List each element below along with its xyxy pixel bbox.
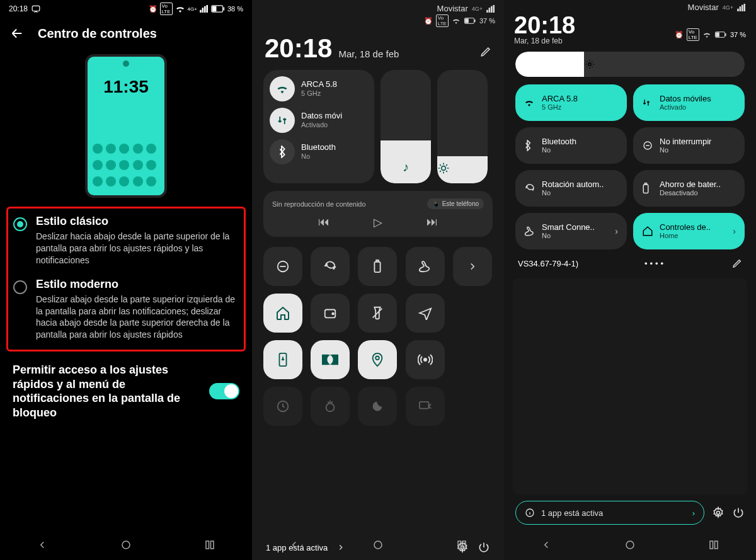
nav-recent-icon[interactable]	[707, 538, 721, 552]
nav-home-icon[interactable]	[623, 538, 637, 552]
radio-selected[interactable]	[13, 217, 27, 231]
brightness-slider[interactable]	[437, 70, 488, 183]
wifi-icon	[452, 18, 461, 24]
svg-rect-9	[474, 20, 475, 22]
battery-saver-tile[interactable]: Ahorro de bater..Desactivado	[633, 170, 745, 207]
clock: 20:18	[265, 33, 332, 64]
media-output-chip[interactable]: 📱 Este teléfono	[427, 198, 484, 209]
qs-dim-1[interactable]	[263, 387, 302, 426]
hotspot-tile[interactable]	[406, 340, 445, 379]
brightness-slider[interactable]	[515, 52, 745, 77]
svg-rect-36	[710, 541, 713, 549]
svg-point-35	[626, 541, 634, 549]
rotation-tile[interactable]	[311, 247, 350, 286]
battery-tile[interactable]	[358, 247, 397, 286]
battery-icon	[642, 183, 653, 194]
wifi-icon	[270, 76, 295, 101]
active-apps-chip[interactable]: 1 app está activa ›	[515, 501, 704, 525]
toggle-on[interactable]	[209, 383, 239, 399]
smart-connect-tile[interactable]: Smart Conne..No ›	[515, 213, 627, 249]
svg-rect-24	[458, 541, 461, 549]
style-options-highlight: Estilo clásico Deslizar hacia abajo desd…	[6, 207, 246, 351]
nav-bar	[0, 530, 252, 560]
nav-back-icon[interactable]	[287, 538, 301, 552]
header: Centro de controles	[0, 18, 252, 49]
radio-unselected[interactable]	[13, 280, 27, 294]
alarm-icon: ⏰	[149, 5, 158, 13]
prev-icon[interactable]: ⏮	[318, 215, 329, 229]
lockscreen-toggle-row[interactable]: Permitir acceso a los ajustes rápidos y …	[0, 351, 252, 420]
carrier-name: Movistar	[688, 3, 719, 12]
chevron-right-icon: ›	[733, 226, 736, 236]
battery-icon	[464, 18, 476, 24]
svg-point-15	[332, 313, 334, 315]
back-icon[interactable]	[10, 26, 24, 40]
nav-back-icon[interactable]	[35, 538, 49, 552]
dnd-tile[interactable]	[263, 247, 302, 286]
data-pill[interactable]: Datos móviActivado	[270, 108, 368, 133]
wallet-tile[interactable]	[311, 294, 350, 333]
nav-bar	[504, 530, 756, 560]
play-icon[interactable]: ▷	[374, 215, 382, 229]
svg-point-34	[717, 511, 720, 515]
home-controls-tile[interactable]: Controles de..Home ›	[633, 213, 745, 249]
wifi-tile[interactable]: ARCA 5.85 GHz	[515, 84, 627, 121]
phone-icon: 📱	[432, 200, 440, 207]
page-title: Centro de controles	[38, 26, 157, 41]
location-tile[interactable]	[358, 340, 397, 379]
dnd-tile[interactable]: No interrumpirNo	[633, 127, 745, 164]
nav-home-icon[interactable]	[119, 538, 133, 552]
svg-rect-31	[643, 185, 648, 193]
chevron-tile[interactable]	[453, 247, 492, 286]
bt-sub: No	[301, 152, 336, 161]
brightness-icon	[437, 162, 488, 174]
volume-slider[interactable]: ♪	[381, 70, 431, 183]
net-badge: 4G+	[472, 6, 483, 12]
svg-point-23	[374, 541, 382, 549]
bluetooth-icon	[524, 140, 536, 151]
dolby-tile[interactable]	[311, 340, 350, 379]
edit-icon[interactable]	[732, 258, 742, 268]
signal-icon	[200, 5, 209, 13]
home-tile[interactable]	[263, 294, 302, 333]
qs-dim-2[interactable]	[311, 387, 350, 426]
rotation-tile[interactable]: Rotación autom..No	[515, 170, 627, 207]
flashlight-tile[interactable]	[358, 294, 397, 333]
smart-icon	[524, 226, 536, 237]
svg-rect-3	[223, 7, 224, 10]
style-classic-option[interactable]: Estilo clásico Deslizar hacia abajo desd…	[13, 215, 239, 266]
style-classic-title: Estilo clásico	[36, 215, 239, 228]
smart-tile[interactable]	[406, 247, 445, 286]
svg-point-10	[442, 166, 446, 171]
data-tile[interactable]: Datos móvilesActivado	[633, 84, 745, 121]
edit-icon[interactable]	[480, 46, 491, 57]
nav-back-icon[interactable]	[539, 538, 553, 552]
bt-pill[interactable]: BluetoothNo	[270, 139, 368, 164]
clock: 20:18	[514, 12, 575, 39]
quick-settings-classic: Movistar 4G+ 20:18 Mar, 18 de feb ⏰ VoLT…	[504, 0, 756, 560]
svg-rect-25	[463, 541, 466, 549]
qs-dim-4[interactable]	[406, 387, 445, 426]
battery-icon	[714, 31, 727, 38]
svg-rect-32	[645, 183, 647, 185]
qs-dim-3[interactable]	[358, 387, 397, 426]
data-icon	[270, 108, 295, 133]
svg-point-4	[122, 541, 130, 549]
alarm-icon: ⏰	[675, 31, 684, 39]
bt-name: Bluetooth	[301, 143, 336, 152]
nav-recent-icon[interactable]	[203, 538, 217, 552]
settings-icon[interactable]	[712, 506, 724, 519]
svg-rect-5	[206, 541, 209, 549]
style-modern-option[interactable]: Estilo moderno Deslizar abajo desde la p…	[13, 278, 239, 341]
rotation-icon	[524, 183, 536, 194]
media-player[interactable]: Sin reproducción de contenido 📱 Este tel…	[263, 191, 493, 237]
ssid-row: VS34.67-79-4-1) ••••	[504, 249, 756, 272]
power-icon[interactable]	[732, 506, 745, 519]
wifi-pill[interactable]: ARCA 5.85 GHz	[270, 76, 368, 101]
nav-home-icon[interactable]	[371, 538, 385, 552]
airplane-tile[interactable]	[406, 294, 445, 333]
download-tile[interactable]	[263, 340, 302, 379]
next-icon[interactable]: ⏭	[427, 215, 438, 229]
bt-tile[interactable]: BluetoothNo	[515, 127, 627, 164]
nav-recent-icon[interactable]	[455, 538, 469, 552]
